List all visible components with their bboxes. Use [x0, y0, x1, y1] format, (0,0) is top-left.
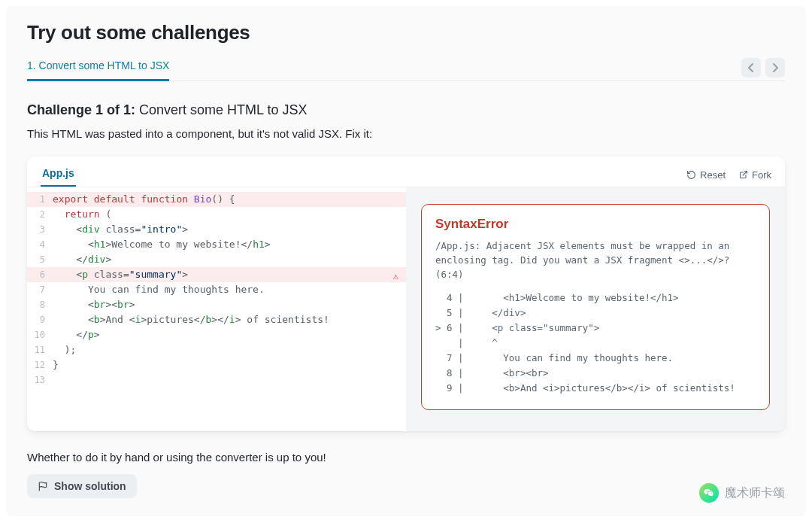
challenge-description: This HTML was pasted into a component, b…	[27, 127, 785, 140]
bottom-note: Whether to do it by hand or using the co…	[27, 451, 785, 464]
nav-buttons	[741, 58, 785, 78]
line-number: 6	[27, 267, 53, 282]
line-number: 12	[27, 357, 53, 372]
challenge-name: Convert some HTML to JSX	[135, 102, 307, 117]
line-number: 11	[27, 342, 53, 357]
preview-pane: SyntaxError /App.js: Adjacent JSX elemen…	[406, 187, 785, 431]
line-number: 13	[27, 372, 53, 388]
code-text: <h1>Welcome to my website!</h1>	[53, 237, 271, 252]
line-number: 5	[27, 252, 53, 267]
flag-icon	[38, 481, 48, 491]
watermark-text: 魔术师卡颂	[725, 485, 785, 501]
svg-line-0	[743, 172, 747, 176]
code-text: return (	[53, 207, 111, 222]
fork-label: Fork	[752, 169, 771, 181]
sandbox-body: 1 export default function Bio() { 2 retu…	[27, 187, 785, 431]
code-line: 1 export default function Bio() {	[27, 192, 406, 207]
reset-icon	[686, 170, 696, 180]
main-heading: Try out some challenges	[27, 21, 785, 44]
sandbox-header: App.js Reset Fork	[27, 157, 785, 187]
fork-button[interactable]: Fork	[739, 169, 771, 181]
line-number: 7	[27, 282, 53, 297]
challenge-page: Try out some challenges 1. Convert some …	[6, 6, 806, 516]
code-text: You can find my thoughts here.	[53, 282, 265, 297]
code-text: );	[53, 342, 76, 357]
code-line: 12 }	[27, 357, 406, 372]
line-number: 8	[27, 297, 53, 312]
code-line-error: 6 <p class="summary"> ⚠	[27, 267, 406, 282]
error-box: SyntaxError /App.js: Adjacent JSX elemen…	[421, 204, 770, 410]
chevron-right-icon	[772, 63, 778, 72]
code-editor[interactable]: 1 export default function Bio() { 2 retu…	[27, 187, 406, 431]
next-challenge-button[interactable]	[765, 58, 785, 78]
code-text: export default function Bio() {	[53, 192, 235, 207]
chevron-left-icon	[748, 63, 754, 72]
challenge-title: Challenge 1 of 1: Convert some HTML to J…	[27, 102, 785, 118]
code-line: 11 );	[27, 342, 406, 357]
line-number: 9	[27, 312, 53, 327]
challenge-tab[interactable]: 1. Convert some HTML to JSX	[27, 55, 169, 81]
reset-button[interactable]: Reset	[686, 169, 726, 181]
show-solution-label: Show solution	[54, 480, 126, 492]
watermark: 魔术师卡颂	[699, 483, 785, 503]
code-line: 4 <h1>Welcome to my website!</h1>	[27, 237, 406, 252]
show-solution-button[interactable]: Show solution	[27, 474, 137, 498]
challenge-number: Challenge 1 of 1:	[27, 102, 135, 117]
line-number: 3	[27, 222, 53, 237]
line-number: 4	[27, 237, 53, 252]
wechat-icon	[699, 483, 719, 503]
external-link-icon	[739, 170, 748, 179]
tabs-row: 1. Convert some HTML to JSX	[27, 55, 785, 81]
error-title: SyntaxError	[435, 217, 756, 232]
code-line: 5 </div>	[27, 252, 406, 267]
code-sandbox: App.js Reset Fork 1 export default funct…	[27, 157, 785, 431]
code-text: </p>	[53, 327, 100, 342]
code-text: }	[53, 357, 59, 372]
code-text: <div class="intro">	[53, 222, 188, 237]
prev-challenge-button[interactable]	[741, 58, 761, 78]
code-text: </div>	[53, 252, 111, 267]
code-text: <p class="summary">	[53, 267, 188, 282]
code-line: 13	[27, 372, 406, 388]
file-tab[interactable]: App.js	[41, 163, 76, 187]
line-number: 2	[27, 207, 53, 222]
code-line: 8 <br><br>	[27, 297, 406, 312]
error-trace: 4 | <h1>Welcome to my website!</h1> 5 | …	[435, 290, 756, 396]
sandbox-actions: Reset Fork	[686, 169, 771, 181]
reset-label: Reset	[700, 169, 726, 181]
line-number: 1	[27, 192, 53, 207]
code-text: <b>And <i>pictures</b></i> of scientists…	[53, 312, 329, 327]
code-line: 10 </p>	[27, 327, 406, 342]
code-line: 2 return (	[27, 207, 406, 222]
code-line: 9 <b>And <i>pictures</b></i> of scientis…	[27, 312, 406, 327]
code-line: 7 You can find my thoughts here.	[27, 282, 406, 297]
line-number: 10	[27, 327, 53, 342]
error-message: /App.js: Adjacent JSX elements must be w…	[435, 239, 756, 281]
warning-icon: ⚠	[393, 269, 398, 284]
code-line: 3 <div class="intro">	[27, 222, 406, 237]
code-text: <br><br>	[53, 297, 135, 312]
